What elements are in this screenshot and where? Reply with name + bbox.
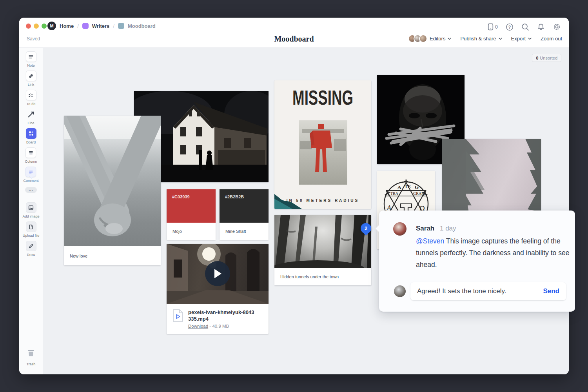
zoom-out-button[interactable]: Zoom out <box>541 36 562 42</box>
svg-text:GRAM: GRAM <box>413 191 425 196</box>
color-swatch-mine-shaft[interactable]: #2B2B2B Mine Shaft <box>220 189 269 240</box>
tool-label: Column <box>25 160 37 163</box>
gear-icon <box>553 23 561 31</box>
tool-label: Board <box>26 140 36 144</box>
chevron-down-icon <box>499 38 502 40</box>
mention-link[interactable]: @Steven <box>416 237 444 245</box>
image-caption: Hidden tunnels under the town <box>274 268 371 285</box>
moodboard-board-icon <box>118 23 124 29</box>
swatch-name: Mojo <box>167 223 216 240</box>
editors-menu[interactable]: Editors <box>408 34 451 43</box>
upload-file-icon <box>26 221 36 232</box>
hands-image <box>64 116 161 246</box>
tunnels-image <box>274 215 371 268</box>
publish-share-menu[interactable]: Publish & share <box>460 36 502 42</box>
device-preview-button[interactable]: 0 <box>488 23 498 31</box>
tool-label: Link <box>28 83 34 87</box>
board-icon <box>26 128 36 139</box>
poster-photo <box>299 120 347 185</box>
tool-upload-file[interactable]: Upload file <box>23 221 40 238</box>
tool-link[interactable]: Link <box>26 71 36 87</box>
svg-text:G: G <box>415 184 419 190</box>
tool-column[interactable]: Column <box>25 147 37 163</box>
image-card-tunnels[interactable]: Hidden tunnels under the town <box>274 215 371 285</box>
zoom-out-label: Zoom out <box>541 36 562 42</box>
header: M Home / Writers / Moodboard 0 ? <box>19 18 569 48</box>
swatch-name: Mine Shaft <box>220 223 269 240</box>
comment-pin[interactable]: 2 <box>361 223 371 234</box>
file-size: 40.9 MB <box>212 324 229 328</box>
editor-avatars[interactable] <box>408 34 427 43</box>
close-button[interactable] <box>26 24 31 29</box>
caption-text: Mojo <box>172 229 182 234</box>
tool-note[interactable]: Note <box>26 51 36 67</box>
color-swatch-mojo[interactable]: #C03939 Mojo <box>167 189 216 240</box>
image-card-hands[interactable]: New love <box>64 116 161 265</box>
caption-text: New love <box>70 254 87 258</box>
search-button[interactable] <box>521 23 529 31</box>
comment-header: Sarah 1 day <box>416 225 456 232</box>
search-icon <box>521 23 529 31</box>
video-download-row: Download - 40.9 MB <box>188 324 255 328</box>
todo-icon <box>26 90 36 100</box>
tool-label: Trash <box>27 362 36 366</box>
tool-line[interactable]: Line <box>26 109 36 125</box>
tool-comment[interactable]: Comment <box>23 167 38 183</box>
image-caption: New love <box>64 246 161 265</box>
unsorted-count: 0 <box>536 56 538 60</box>
more-tools-button[interactable]: ••• <box>25 187 37 193</box>
play-button[interactable] <box>205 261 230 286</box>
breadcrumb-current[interactable]: Moodboard <box>128 23 156 29</box>
video-info: pexels-ivan-khmelyuk-8043335.mp4 Downloa… <box>167 304 269 334</box>
video-meta: pexels-ivan-khmelyuk-8043335.mp4 Downloa… <box>188 309 255 328</box>
tool-draw[interactable]: Draw <box>26 241 36 257</box>
swatch-hex: #C03939 <box>167 189 216 204</box>
swatch-hex: #2B2B2B <box>220 189 269 204</box>
comment-icon <box>25 167 36 177</box>
chevron-down-icon <box>448 38 451 40</box>
video-card[interactable]: pexels-ivan-khmelyuk-8043335.mp4 Downloa… <box>167 244 269 334</box>
send-button[interactable]: Send <box>543 287 559 295</box>
header-icons: 0 ? <box>488 23 561 31</box>
poster-torn-corner <box>274 190 306 209</box>
link-icon <box>26 71 36 81</box>
svg-text:?: ? <box>508 24 511 29</box>
tool-todo[interactable]: To-do <box>26 90 36 106</box>
swatch-color: #C03939 <box>167 189 216 223</box>
trash-dropzone[interactable]: Trash <box>25 347 37 366</box>
tool-label: Note <box>27 64 34 67</box>
breadcrumb-home[interactable]: Home <box>60 23 74 29</box>
tool-board[interactable]: Board <box>26 128 36 144</box>
tool-label: Add image <box>22 214 39 218</box>
toolbar-sidebar: Note Link To-do Line <box>19 48 43 374</box>
foggy-forest-image <box>442 139 541 217</box>
notifications-button[interactable] <box>537 23 545 31</box>
window-controls <box>26 24 47 29</box>
tool-add-image[interactable]: Add image <box>22 202 39 218</box>
minimize-button[interactable] <box>34 24 39 29</box>
add-image-icon <box>26 202 36 213</box>
svg-text:TRA: TRA <box>390 191 399 196</box>
help-button[interactable]: ? <box>506 23 514 31</box>
breadcrumb-writers[interactable]: Writers <box>92 23 110 29</box>
image-card-missing-poster[interactable]: MISSING IN 50 METERS RADIUS <box>274 80 371 209</box>
download-link[interactable]: Download <box>188 324 208 328</box>
reply-input[interactable]: Agreed! It sets the tone nicely. Send <box>410 282 566 300</box>
publish-share-label: Publish & share <box>460 36 496 42</box>
svg-text:TE: TE <box>405 184 411 189</box>
draw-pencil-icon <box>26 241 36 251</box>
app-window: M Home / Writers / Moodboard 0 ? <box>19 18 569 374</box>
export-menu[interactable]: Export <box>511 36 532 42</box>
video-file-icon <box>172 309 183 322</box>
comment-body: @Steven This image captures the feeling … <box>416 235 570 270</box>
video-thumbnail <box>167 244 269 304</box>
comment-popup: Sarah 1 day @Steven This image captures … <box>379 211 575 312</box>
column-icon <box>25 147 36 158</box>
maximize-button[interactable] <box>42 24 47 29</box>
settings-button[interactable] <box>553 23 561 31</box>
milanote-logo-icon[interactable]: M <box>47 22 56 30</box>
save-status: Saved <box>27 36 40 42</box>
unsorted-badge[interactable]: 0 Unsorted <box>532 54 561 62</box>
image-card-foggy-forest[interactable] <box>442 139 541 217</box>
meta-separator: - <box>209 324 211 328</box>
